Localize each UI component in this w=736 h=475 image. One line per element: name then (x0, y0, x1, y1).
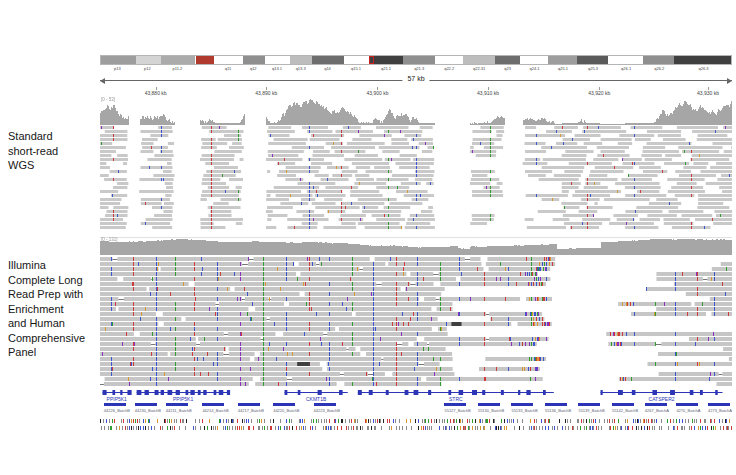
short-coverage-range-label: [0 - 53] (101, 97, 115, 102)
probe-44226_BatchB[interactable]: 44226_BatchB (104, 403, 130, 413)
gene-label-PPIP5K1[interactable]: PPIP5K1 (107, 396, 127, 402)
probe-box (135, 403, 157, 406)
cytoband-q13.1 (265, 56, 290, 64)
probe-55133_BatchB[interactable]: 55133_BatchB (511, 403, 537, 413)
band-label-q14: q14 (324, 66, 331, 71)
enrichment-probe-track[interactable]: 44226_BatchB44230_BatchB44211_BatchB4421… (100, 403, 732, 415)
probe-55139_BatchB[interactable]: 55139_BatchB (578, 403, 604, 413)
probe-box (578, 403, 600, 406)
band-label-p13: p13 (114, 66, 121, 71)
probe-55136_BatchB[interactable]: 55136_BatchB (545, 403, 571, 413)
short-read-coverage-track[interactable]: [0 - 53] (100, 98, 732, 125)
gene-annotation-track[interactable]: PPIP5K1PPIP5K1CKMT1BSTRCCATSPER2 (100, 389, 732, 402)
cytoband-p12 (136, 56, 161, 64)
band-label-q22.31: q22.31 (473, 66, 485, 71)
band-label-q22.2: q22.2 (444, 66, 454, 71)
probe-55142_BatchB[interactable]: 55142_BatchB (612, 403, 638, 413)
probe-box (202, 403, 224, 406)
gene-label-CKMT1B[interactable]: CKMT1B (306, 396, 326, 402)
probe-box (708, 403, 730, 406)
probe-44211_BatchB[interactable]: 44211_BatchB (166, 403, 192, 413)
ruler-tick-label: 43,900 kb (366, 90, 388, 96)
cytoband-q15.1 (344, 56, 369, 64)
short-read-coverage-canvas (100, 98, 732, 125)
genome-browser-panel: p13p12p11.2q11q12q13.1q13.3q14q15.1q21.1… (100, 55, 732, 432)
long-read-coverage-canvas (100, 239, 732, 255)
track-label-long-read-panel: Illumina Complete Long Read Prep with En… (8, 258, 100, 360)
ruler-tick-label: 43,890 kb (255, 90, 277, 96)
long-read-alignments-track[interactable] (100, 257, 732, 387)
cytoband-q24.1 (520, 56, 548, 64)
variant-sites-track[interactable] (100, 418, 732, 432)
probe-box (645, 403, 667, 406)
cytoband-q25.3 (577, 56, 609, 64)
probe-label: 44230_BatchB (135, 408, 161, 413)
probe-label: 4267_BatchA (645, 408, 669, 413)
probe-4270_BatchA[interactable]: 4270_BatchA (676, 403, 700, 413)
span-label: 57 kb (402, 75, 429, 82)
cytoband-q22.31 (463, 56, 495, 64)
band-label-q11: q11 (225, 66, 231, 71)
probe-4273_BatchA[interactable]: 4273_BatchA (708, 403, 732, 413)
probe-label: 44214_BatchB (202, 408, 228, 413)
band-label-q26.2: q26.2 (654, 66, 664, 71)
band-label-q13.3: q13.3 (296, 66, 306, 71)
probe-55127_BatchB[interactable]: 55127_BatchB (444, 403, 470, 413)
cytoband-q23 (495, 56, 520, 64)
probe-44230_BatchB[interactable]: 44230_BatchB (135, 403, 161, 413)
probe-box (104, 403, 126, 406)
band-label-q26.3: q26.3 (699, 66, 709, 71)
cytoband-q22.2 (435, 56, 463, 64)
probe-44223_BatchB[interactable]: 44223_BatchB (314, 403, 340, 413)
chromosome-ideogram[interactable] (100, 55, 732, 65)
probe-label: 44226_BatchB (104, 408, 130, 413)
probe-44220_BatchB[interactable]: 44220_BatchB (273, 403, 299, 413)
gene-label-STRC[interactable]: STRC (449, 396, 463, 402)
track-label-short-read-wgs: Standard short-read WGS (8, 129, 100, 173)
band-label-p12: p12 (144, 66, 151, 71)
cytoband-p13 (101, 56, 136, 64)
band-label-q21.3: q21.3 (414, 66, 424, 71)
ideogram-band-labels: p13p12p11.2q11q12q13.1q13.3q14q15.1q21.1… (100, 66, 732, 72)
cytoband-q11 (214, 56, 242, 64)
probe-box (545, 403, 567, 406)
band-label-p11.2: p11.2 (173, 66, 183, 71)
ruler-tick-label: 43,910 kb (477, 90, 499, 96)
probe-box (511, 403, 533, 406)
probe-label: 4270_BatchA (676, 408, 700, 413)
probe-55130_BatchB[interactable]: 55130_BatchB (478, 403, 504, 413)
short-read-alignments-track[interactable] (100, 126, 732, 232)
long-coverage-range-label: [0 - 131] (101, 237, 118, 242)
igv-browser-screenshot: Standard short-read WGS Illumina Complet… (0, 0, 736, 475)
cytoband-q26.1 (608, 56, 643, 64)
band-label-q21.1: q21.1 (381, 66, 391, 71)
locus-ruler[interactable]: 57 kb 43,880 kb43,890 kb43,900 kb43,910 … (100, 74, 732, 98)
band-label-q25.3: q25.3 (588, 66, 598, 71)
probe-label: 4273_BatchA (708, 408, 732, 413)
cytoband-p11.2 (161, 56, 196, 64)
probe-label: 55142_BatchB (612, 408, 638, 413)
cytoband-q21.1 (369, 56, 404, 64)
band-label-q13.1: q13.1 (272, 66, 282, 71)
probe-44217_BatchB[interactable]: 44217_BatchB (238, 403, 264, 413)
cytoband-q26.3 (674, 56, 731, 64)
ruler-tick-row: 43,880 kb43,890 kb43,900 kb43,910 kb43,9… (100, 87, 732, 97)
gene-label-PPIP5K1[interactable]: PPIP5K1 (173, 396, 193, 402)
probe-44214_BatchB[interactable]: 44214_BatchB (202, 403, 228, 413)
probe-label: 55139_BatchB (578, 408, 604, 413)
ruler-tick-label: 43,920 kb (588, 90, 610, 96)
gene-label-CATSPER2[interactable]: CATSPER2 (649, 396, 675, 402)
cytoband-q14 (312, 56, 344, 64)
view-region-marker (369, 56, 374, 64)
probe-label: 44220_BatchB (273, 408, 299, 413)
cytoband-q26.2 (643, 56, 675, 64)
ruler-tick-label: 43,930 kb (697, 90, 719, 96)
probe-box (314, 403, 336, 406)
probe-4267_BatchA[interactable]: 4267_BatchA (645, 403, 669, 413)
long-read-coverage-track[interactable]: [0 - 131] (100, 237, 732, 255)
cytoband-q21.3 (403, 56, 435, 64)
probe-box (612, 403, 634, 406)
band-label-q26.1: q26.1 (621, 66, 631, 71)
band-label-q24.1: q24.1 (529, 66, 539, 71)
probe-label: 44223_BatchB (314, 408, 340, 413)
